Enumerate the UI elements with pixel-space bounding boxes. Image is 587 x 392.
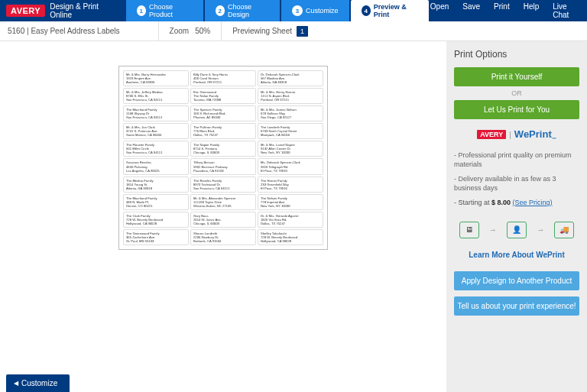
address-label[interactable]: The Greenwood Family365 Zuckerkorn Ave.S…: [123, 229, 189, 245]
arrow-icon: →: [489, 225, 497, 234]
address-label[interactable]: Eric GreenwoodThe Nolan FamilyTacoma, WA…: [190, 88, 256, 104]
address-label[interactable]: Gary Bass2014 W. Jarvis Ave.Chicago, IL …: [190, 212, 256, 228]
arrow-icon: →: [537, 225, 544, 234]
address-label[interactable]: The Pullman Family776 Blum Blvd.Dallas, …: [190, 123, 256, 139]
address-label[interactable]: Shelley Takahashi728 W. Beverly Boulevar…: [258, 229, 323, 245]
weprint-logo: AVERY | WePrint™: [454, 128, 579, 141]
zoom-label: Zoom: [170, 27, 190, 35]
address-label[interactable]: Ms. Deborah Spencer-Clark5910 Telegraph …: [258, 158, 323, 174]
weprint-process-icons: 🖥 → 👤 → 🚚: [454, 222, 579, 238]
address-label[interactable]: The Marchand Family489 N. Mode Pl.Denver…: [123, 194, 189, 210]
address-label[interactable]: Billy Dane & Tony Harris400 Carol Stream…: [190, 70, 256, 86]
address-label[interactable]: The Marchand Family1168 Skyway DrSan Fra…: [123, 105, 189, 121]
zoom-value: 50%: [195, 27, 210, 35]
step-preview-print[interactable]: 4Preview & Print: [351, 0, 429, 21]
wizard-steps: 1Choose Product2Choose Design3Customize4…: [126, 0, 430, 21]
step-label: Customize: [306, 7, 339, 15]
or-divider: OR: [454, 89, 579, 97]
step-choose-design[interactable]: 2Choose Design: [205, 0, 280, 21]
toplink-open[interactable]: Open: [430, 2, 449, 19]
address-label[interactable]: Dr. & Mrs. Gerardo Aguirre1826 Via Vista…: [258, 212, 323, 228]
logo-mark: AVERY: [6, 5, 45, 17]
address-label[interactable]: The Spencer Family160 S. Richmond Blvd.P…: [190, 105, 256, 121]
step-number: 2: [216, 5, 225, 16]
address-label[interactable]: The Flouette Family501 Miller CircleSan …: [123, 141, 189, 157]
address-label[interactable]: Mr. & Mrs. Jon Clark3741 S. Peterson Ave…: [123, 123, 189, 139]
address-label[interactable]: The Horner Family233 Greenfield WayEl Pa…: [258, 177, 323, 193]
apply-design-button[interactable]: Apply Design to Another Product: [454, 271, 579, 290]
topbar: AVERY Design & Print Online 1Choose Prod…: [0, 0, 587, 21]
print-yourself-button[interactable]: Print it Yourself: [454, 67, 579, 86]
weprint-wordmark: WePrint™: [514, 128, 556, 141]
address-label[interactable]: The Medina Family1814 Young St.Atlanta, …: [123, 177, 189, 193]
address-label[interactable]: The Nelson Family778 Imperial Ave.New Yo…: [258, 194, 323, 210]
back-button[interactable]: Customize: [6, 374, 70, 392]
address-label[interactable]: Tiffany Benson5902 Berrence ParkwayPasad…: [190, 158, 256, 174]
info-delivery: - Delivery available in as few as 3 busi…: [454, 174, 579, 193]
delivery-truck-icon: 🚚: [554, 222, 574, 238]
address-label[interactable]: Mr. & Mrs. Henry Horner1111 N. Aspen Blv…: [258, 88, 323, 104]
address-label[interactable]: The Clark Family728 W. Beverly Boulevard…: [123, 212, 189, 228]
toplink-help[interactable]: Help: [524, 2, 540, 19]
address-label[interactable]: Susanna Reveles4650 PickeringLos Angeles…: [123, 158, 189, 174]
print-options-panel: Print Options Print it Yourself OR Let U…: [446, 41, 587, 392]
learn-more-link[interactable]: Learn More About WePrint: [454, 251, 579, 259]
info-pricing: - Starting at $ 8.00 (See Pricing): [454, 198, 579, 208]
step-label: Preview & Print: [374, 3, 418, 18]
step-label: Choose Product: [149, 3, 193, 18]
weprint-avery-mark: AVERY: [477, 130, 506, 139]
step-number: 3: [292, 5, 303, 16]
logo[interactable]: AVERY Design & Print Online: [0, 2, 122, 19]
sheet-number[interactable]: 1: [297, 26, 308, 37]
preview-sheet-label: Previewing Sheet: [232, 27, 292, 35]
address-label[interactable]: The Reveles Family8970 Techwood Dr.San F…: [190, 177, 256, 193]
top-links: OpenSavePrintHelpLive Chat: [430, 2, 587, 19]
toplink-live-chat[interactable]: Live Chat: [553, 2, 575, 19]
address-label[interactable]: Mr. & Mrs. Barry Hernandez1919 Empire Av…: [123, 70, 189, 86]
label-sheet: Mr. & Mrs. Barry Hernandez1919 Empire Av…: [118, 66, 328, 250]
preview-area: Mr. & Mrs. Barry Hernandez1919 Empire Av…: [0, 41, 446, 392]
step-customize[interactable]: 3Customize: [281, 0, 349, 21]
operator-icon: 👤: [507, 222, 527, 238]
zoom-control[interactable]: Zoom 50%: [158, 21, 222, 40]
subbar: 5160 | Easy Peel Address Labels Zoom 50%…: [0, 21, 587, 41]
weprint-info: - Professional print quality on premium …: [454, 151, 579, 212]
address-label[interactable]: Mr. & Mrs. Alexander Spencer111190 Taylo…: [190, 194, 256, 210]
toplink-save[interactable]: Save: [462, 2, 480, 19]
let-us-print-button[interactable]: Let Us Print for You: [454, 100, 579, 119]
address-label[interactable]: The Napier Family8714 S. FontanaChicago,…: [190, 141, 256, 157]
step-label: Choose Design: [228, 3, 269, 18]
info-quality: - Professional print quality on premium …: [454, 151, 579, 170]
pipe-icon: |: [509, 131, 511, 139]
see-pricing-link[interactable]: (See Pricing): [513, 199, 553, 206]
step-number: 1: [137, 5, 146, 16]
toplink-print[interactable]: Print: [494, 2, 510, 19]
step-number: 4: [362, 5, 371, 16]
product-label: 5160 | Easy Peel Address Labels: [0, 27, 128, 35]
back-button-label: Customize: [21, 379, 57, 387]
address-label[interactable]: Mr. & Mrs. Jeffrey Medina8700 S. Ellis S…: [123, 88, 189, 104]
feedback-button[interactable]: Tell us about your print experience!: [454, 296, 579, 316]
address-label[interactable]: Dr. Deborah Spencer-Clark567 Moulton Ave…: [258, 70, 323, 86]
preview-sheet-indicator: Previewing Sheet 1: [222, 26, 319, 37]
panel-title: Print Options: [454, 49, 579, 60]
address-label[interactable]: Mr. & Mrs. James Nelson678 Sullivan WayS…: [258, 105, 323, 121]
address-label[interactable]: The Landreth Family6703 North Crystal St…: [258, 123, 323, 139]
monitor-icon: 🖥: [459, 222, 479, 238]
address-label[interactable]: Sharon Landreth2206 Newbury Dr.Burbank, …: [190, 229, 256, 245]
step-choose-product[interactable]: 1Choose Product: [126, 0, 203, 21]
logo-subtitle: Design & Print Online: [50, 2, 115, 19]
address-label[interactable]: Mr. & Mrs. Lionel Napier9132 Allen Cente…: [258, 141, 323, 157]
